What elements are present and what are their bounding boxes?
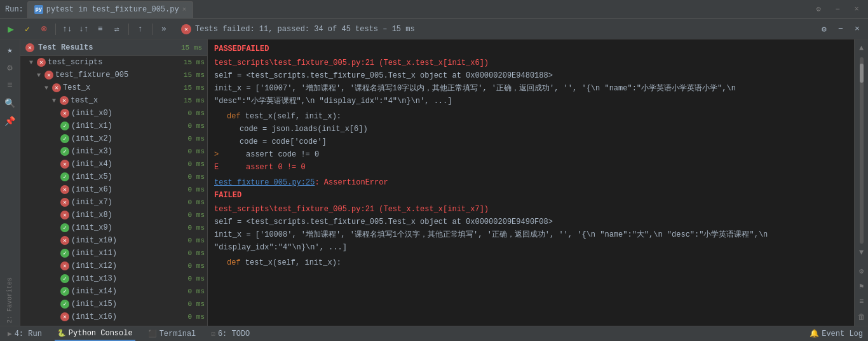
run-icon: ▶ xyxy=(8,330,12,338)
item-time: 0 ms xyxy=(188,198,205,206)
trash-icon[interactable]: 🗑 xyxy=(855,310,868,323)
scrollbar-track[interactable] xyxy=(860,57,864,244)
toolbar-right: ⚙ − × xyxy=(817,22,864,36)
list-item[interactable]: ✓ (init_x14) 0 ms xyxy=(20,285,207,298)
item-time: 0 ms xyxy=(188,148,205,155)
sort-desc-button[interactable]: ↓↑ xyxy=(77,22,91,36)
test-tree[interactable]: ▼ ✕ test_scripts 15 ms ▼ ✕ test_fixture_… xyxy=(20,56,207,326)
terminal-icon: ⬛ xyxy=(148,330,157,338)
tab-terminal[interactable]: ⬛ Terminal xyxy=(146,326,199,341)
scroll-down-icon[interactable]: ▼ xyxy=(855,246,868,259)
flag-icon[interactable]: ⚑ xyxy=(855,280,868,293)
item-label: (init_x8) xyxy=(71,211,186,219)
pass-icon: ✓ xyxy=(60,172,69,181)
list-button[interactable]: ≡ xyxy=(93,22,107,36)
panel-time: 15 ms xyxy=(181,44,202,52)
stop-button[interactable]: ⊗ xyxy=(37,22,51,36)
list-item[interactable]: ✓ (init_x2) 0 ms xyxy=(20,132,207,145)
scroll-up-icon[interactable]: ▲ xyxy=(855,42,868,55)
list-item[interactable]: ✓ (init_x13) 0 ms xyxy=(20,272,207,285)
item-time: 0 ms xyxy=(188,122,205,130)
output-content[interactable]: PASSEDFAILED test_scripts\test_fixture_0… xyxy=(208,39,868,326)
sidebar-icon-gear[interactable]: ⚙ xyxy=(3,60,18,75)
sidebar-icon-favorites[interactable]: ★ xyxy=(3,42,18,57)
sidebar-icon-list[interactable]: ≡ xyxy=(3,78,18,93)
more-button[interactable]: » xyxy=(157,22,171,36)
window-minimize-icon[interactable]: − xyxy=(834,22,848,36)
item-label: test_scripts xyxy=(48,58,182,67)
item-label: (init_x4) xyxy=(71,160,186,169)
close-icon[interactable]: × xyxy=(850,3,863,16)
check-button[interactable]: ✓ xyxy=(20,22,34,36)
list-item[interactable]: ✓ (init_x11) 0 ms xyxy=(20,247,207,260)
file-link[interactable]: test_fixture_005.py:25 xyxy=(214,178,315,187)
bottom-right: 🔔 Event Log xyxy=(810,329,863,338)
item-time: 15 ms xyxy=(184,71,205,79)
test-results-panel: ✕ Test Results 15 ms ▼ ✕ test_scripts 15… xyxy=(20,39,208,326)
tab-run[interactable]: ▶ 4: Run xyxy=(5,326,44,341)
item-label: (init_x2) xyxy=(71,134,186,143)
list-item[interactable]: ▼ ✕ Test_x 15 ms xyxy=(20,81,207,94)
sidebar-icon-search[interactable]: 🔍 xyxy=(3,95,18,111)
list-item[interactable]: ▼ ✕ test_x 15 ms xyxy=(20,94,207,107)
output-line: self = <test_scripts.test_fixture_005.Te… xyxy=(214,216,862,228)
list-item[interactable]: ✕ (init_x10) 0 ms xyxy=(20,234,207,247)
sidebar-icon-pin[interactable]: 📌 xyxy=(3,113,18,129)
left-sidebar-icons: ★ ⚙ ≡ 🔍 📌 2: Favorites xyxy=(0,39,20,326)
tab-python-console[interactable]: 🐍 Python Console xyxy=(55,326,135,341)
tab-name: pytest in test_fixture_005.py xyxy=(46,5,179,14)
settings-icon[interactable]: ⚙ xyxy=(812,3,825,16)
output-panel: PASSEDFAILED test_scripts\test_fixture_0… xyxy=(208,39,868,326)
collapse-arrow[interactable]: ▼ xyxy=(35,71,43,79)
tab-python-label: Python Console xyxy=(69,329,133,338)
gear-settings-icon[interactable]: ⚙ xyxy=(855,265,868,277)
up-button[interactable]: ↑ xyxy=(133,22,147,36)
item-time: 0 ms xyxy=(188,288,205,295)
file-tab[interactable]: py pytest in test_fixture_005.py × xyxy=(27,1,193,18)
list-item[interactable]: ✕ (init_x0) 0 ms xyxy=(20,107,207,120)
output-line: test_scripts\test_fixture_005.py:21 (Tes… xyxy=(214,57,862,69)
tab-run-label: 4: Run xyxy=(15,330,42,338)
item-label: (init_x13) xyxy=(71,274,186,283)
item-time: 0 ms xyxy=(188,173,205,181)
filter-icon[interactable]: ≡ xyxy=(855,295,868,308)
close-tab-icon[interactable]: × xyxy=(182,6,187,13)
settings-gear-icon[interactable]: ⚙ xyxy=(817,22,831,36)
scrollbar-thumb[interactable] xyxy=(860,64,864,83)
list-item[interactable]: ✓ (init_x3) 0 ms xyxy=(20,145,207,158)
list-item[interactable]: ✕ (init_x4) 0 ms xyxy=(20,158,207,170)
list-item[interactable]: ✓ (init_x5) 0 ms xyxy=(20,170,207,183)
list-item[interactable]: ✓ (init_x9) 0 ms xyxy=(20,221,207,234)
tab-todo[interactable]: ☑ 6: TODO xyxy=(208,326,252,341)
spacer xyxy=(861,261,862,262)
list-item[interactable]: ▼ ✕ test_scripts 15 ms xyxy=(20,56,207,69)
window-close-icon[interactable]: × xyxy=(850,22,864,36)
list-item[interactable]: ✕ (init_x7) 0 ms xyxy=(20,196,207,209)
collapse-arrow[interactable]: ▼ xyxy=(27,59,35,66)
list-item[interactable]: ✕ (init_x8) 0 ms xyxy=(20,209,207,221)
bottom-bar: ▶ 4: Run 🐍 Python Console ⬛ Terminal ☑ 6… xyxy=(0,326,868,341)
list-item[interactable]: ✕ (init_x16) 0 ms xyxy=(20,310,207,323)
collapse-arrow[interactable]: ▼ xyxy=(43,84,50,92)
list-item[interactable]: ▼ ✕ test_fixture_005 15 ms xyxy=(20,69,207,81)
minimize-icon[interactable]: − xyxy=(831,3,844,16)
split-button[interactable]: ⇌ xyxy=(110,22,124,36)
list-item[interactable]: ✓ (init_x1) 0 ms xyxy=(20,120,207,132)
collapse-arrow[interactable]: ▼ xyxy=(50,97,58,104)
item-time: 0 ms xyxy=(188,135,205,143)
panel-header: ✕ Test Results 15 ms xyxy=(20,39,207,56)
item-time: 15 ms xyxy=(184,59,205,66)
item-label: Test_x xyxy=(63,83,182,92)
item-time: 0 ms xyxy=(188,186,205,193)
item-time: 15 ms xyxy=(184,84,205,92)
fail-icon: ✕ xyxy=(60,312,69,321)
list-item[interactable]: ✕ (init_x6) 0 ms xyxy=(20,183,207,196)
list-item[interactable]: ✕ (init_x12) 0 ms xyxy=(20,260,207,272)
pass-icon: ✓ xyxy=(60,300,69,309)
fail-icon: ✕ xyxy=(60,109,69,118)
play-button[interactable]: ▶ xyxy=(4,22,18,36)
event-log-label[interactable]: Event Log xyxy=(822,330,863,338)
sort-asc-button[interactable]: ↑↓ xyxy=(60,22,74,36)
list-item[interactable]: ✓ (init_x15) 0 ms xyxy=(20,298,207,310)
output-line: self = <test_scripts.test_fixture_005.Te… xyxy=(214,70,862,81)
